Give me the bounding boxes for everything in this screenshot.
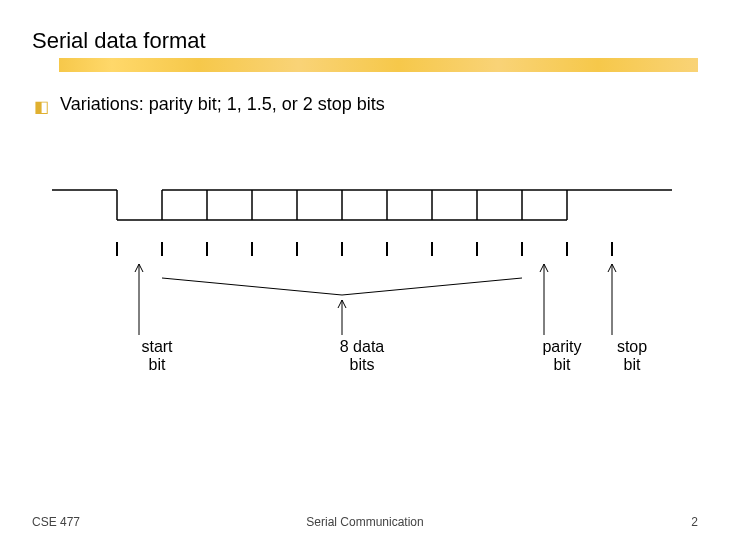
footer-page-number: 2: [691, 515, 698, 529]
bullet-row: ◧ Variations: parity bit; 1, 1.5, or 2 s…: [32, 94, 698, 120]
label-stop-bit: stopbit: [592, 338, 672, 375]
footer-center: Serial Communication: [306, 515, 423, 529]
page-title: Serial data format: [32, 28, 698, 54]
slide: Serial data format ◧ Variations: parity …: [0, 0, 730, 547]
footer: CSE 477 Serial Communication 2: [32, 515, 698, 529]
serial-frame-diagram: startbit 8 databits paritybit stopbit: [32, 160, 698, 390]
label-start-bit: startbit: [117, 338, 197, 375]
label-data-bits: 8 databits: [312, 338, 412, 375]
label-parity-bit: paritybit: [522, 338, 602, 375]
footer-left: CSE 477: [32, 515, 80, 529]
title-underline: [32, 58, 698, 72]
bullet-icon: ◧: [32, 94, 50, 120]
bullet-text: Variations: parity bit; 1, 1.5, or 2 sto…: [60, 94, 385, 115]
